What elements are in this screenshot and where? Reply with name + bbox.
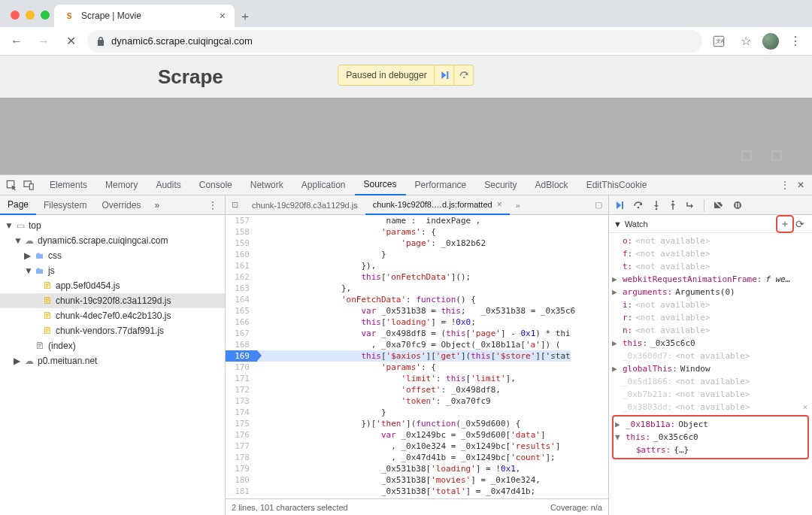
scope-row[interactable]: ▶webkitRequestAnimationFrame: f we… [612,273,809,286]
watch-label: Watch [625,220,648,229]
tab-title: Scrape | Movie [81,11,214,21]
scope-row[interactable]: _0x5d1866: <not available> [612,375,809,388]
refresh-watch-icon[interactable]: ⟳ [792,217,807,232]
step-over-button[interactable] [454,65,474,85]
nav-tab-filesystem[interactable]: Filesystem [36,195,94,215]
nav-tab-page[interactable]: Page [0,195,36,215]
tree-file[interactable]: 🖹app.5ef0d454.js [0,278,225,293]
scope-row[interactable]: ▶globalThis: Window [612,362,809,375]
devtools-tab-security[interactable]: Security [475,174,526,195]
maximize-window-icon[interactable] [41,11,50,20]
nav-tab-overrides[interactable]: Overrides [94,195,148,215]
step-icon[interactable] [686,201,695,210]
stop-reload-button[interactable]: ✕ [60,31,81,52]
resume-icon[interactable] [615,201,624,210]
svg-point-9 [656,208,658,210]
source-tabs-more-icon[interactable]: » [510,201,526,210]
scope-row[interactable]: n: <not available> [612,324,809,337]
source-tab[interactable]: chunk-19c920f8.…d.js:formatted× [365,195,510,215]
scope-row[interactable]: t: <not available> [612,260,809,273]
new-tab-button[interactable]: ＋ [235,6,256,27]
devtools-close-icon[interactable]: ✕ [797,180,804,190]
devtools-tab-elements[interactable]: Elements [41,174,96,195]
svg-point-8 [638,206,640,208]
bookmark-star-icon[interactable]: ☆ [735,31,756,52]
code-editor[interactable]: 157 name : indexPage ,158 'params': {159… [226,215,608,498]
deactivate-breakpoints-icon[interactable] [714,201,724,210]
source-tab[interactable]: chunk-19c920f8.c3a1129d.js [244,195,365,215]
tree-folder-js[interactable]: ▼🖿js [0,263,225,278]
scope-row[interactable]: _0xb7b21a: <not available> [612,388,809,401]
device-toolbar-icon[interactable] [23,180,35,191]
scope-row[interactable]: ▶_0x18b11a: Object [615,418,806,431]
favicon-icon: S [63,10,75,22]
tree-file[interactable]: 🖹chunk-19c920f8.c3a1129d.js [0,293,225,308]
nav-kebab-icon[interactable]: ⋮ [201,200,225,211]
step-into-icon[interactable] [653,200,660,211]
svg-point-3 [463,77,465,79]
scope-row[interactable]: $attrs: {…} [615,444,806,456]
tree-frame-top[interactable]: ▼▭top [0,218,225,233]
scope-row[interactable]: o: <not available> [612,235,809,247]
url-text: dynamic6.scrape.cuiqingcai.com [111,35,253,47]
scope-row[interactable]: ▶this: _0x35c6c0 [612,337,809,350]
scope-variables[interactable]: o: <not available>f: <not available>t: <… [609,233,812,515]
devtools-tab-network[interactable]: Network [241,174,292,195]
pause-on-exceptions-icon[interactable] [733,201,742,210]
step-over-icon[interactable] [633,201,644,210]
remove-watch-icon[interactable]: × [802,401,807,414]
devtools-tab-application[interactable]: Application [292,174,355,195]
devtools-tab-sources[interactable]: Sources [355,174,406,195]
browser-tab[interactable]: S Scrape | Movie × [54,5,235,27]
tree-origin[interactable]: ▼☁dynamic6.scrape.cuiqingcai.com [0,233,225,248]
scope-row[interactable]: i: <not available> [612,298,809,311]
editor-status-bar: 2 lines, 101 characters selected Coverag… [226,498,608,515]
scope-row[interactable]: r: <not available> [612,311,809,324]
expand-icon[interactable]: ▼ [614,220,622,229]
translate-icon[interactable]: 文A [708,31,729,52]
svg-rect-6 [29,183,33,189]
watch-section-header[interactable]: ▼ Watch ＋ ⟳ [609,215,812,233]
svg-point-11 [734,201,741,209]
tree-file-index[interactable]: 🖹(index) [0,338,225,353]
close-window-icon[interactable] [11,11,20,20]
scope-row[interactable]: _0x3803dd: <not available>× [612,401,809,414]
devtools-tab-audits[interactable]: Audits [147,174,189,195]
svg-rect-2 [447,71,448,79]
inspect-element-icon[interactable] [6,180,17,191]
scope-row[interactable]: f: <not available> [612,247,809,260]
tree-origin-other[interactable]: ▶☁p0.meituan.net [0,353,225,368]
debugger-paused-toast: Paused in debugger [338,65,474,86]
tree-file[interactable]: 🖹chunk-4dec7ef0.e4c2b130.js [0,308,225,323]
browser-menu-icon[interactable]: ⋮ [785,31,806,52]
svg-point-10 [672,200,674,202]
file-tree[interactable]: ▼▭top ▼☁dynamic6.scrape.cuiqingcai.com ▶… [0,215,225,515]
address-bar[interactable]: dynamic6.scrape.cuiqingcai.com [87,30,702,53]
resume-button[interactable] [435,65,454,85]
profile-avatar[interactable] [762,33,779,50]
paused-message: Paused in debugger [338,70,434,80]
devtools-tab-editthiscookie[interactable]: EditThisCookie [577,174,656,195]
toggle-debugger-pane-icon[interactable]: ▢ [589,200,608,210]
toggle-navigator-icon[interactable]: ⊡ [232,200,238,210]
scope-row[interactable]: ▼this: _0x35c6c0 [615,431,806,444]
devtools-tab-adblock[interactable]: AdBlock [526,174,577,195]
nav-tabs-more-icon[interactable]: » [148,200,165,211]
close-tab-icon[interactable]: × [497,199,502,210]
devtools-menu-icon[interactable]: ⋮ [780,180,789,190]
scope-row[interactable]: ▶arguments: Arguments(0) [612,286,809,298]
back-button[interactable]: ← [6,31,27,52]
minimize-window-icon[interactable] [26,11,35,20]
browser-toolbar: ← → ✕ dynamic6.scrape.cuiqingcai.com 文A … [0,27,812,56]
devtools-tab-console[interactable]: Console [190,174,241,195]
devtools-tab-performance[interactable]: Performance [406,174,476,195]
page-content: Scrape Paused in debugger [0,56,812,174]
svg-text:文A: 文A [716,38,725,44]
scope-row[interactable]: _0x3600d7: <not available> [612,350,809,362]
devtools-tab-memory[interactable]: Memory [96,174,147,195]
add-watch-button[interactable]: ＋ [777,217,792,232]
tree-file[interactable]: 🖹chunk-vendors.77daf991.js [0,323,225,338]
step-out-icon[interactable] [669,200,677,211]
close-tab-icon[interactable]: × [220,10,226,22]
tree-folder-css[interactable]: ▶🖿css [0,248,225,263]
